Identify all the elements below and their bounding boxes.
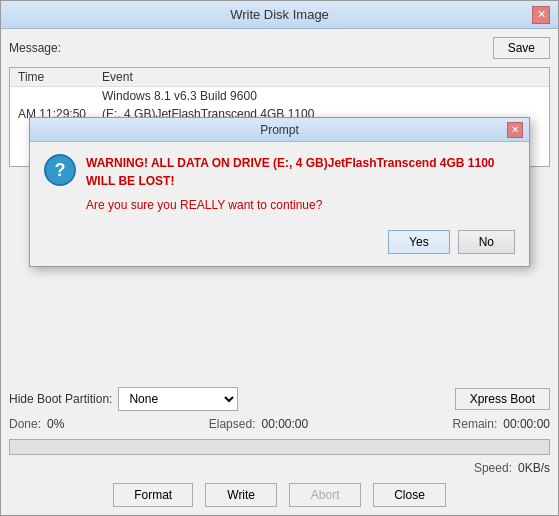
window-content: Message: Save Time Event Windows: [1, 29, 558, 515]
top-bar: Message: Save: [9, 37, 550, 59]
confirm-line: Are you sure you REALLY want to continue…: [86, 196, 495, 214]
prompt-dialog: Prompt ✕ ? WARNING! ALL DATA ON DRIVE (E…: [29, 117, 530, 267]
stats-row: Done: 0% Elapsed: 00:00:00 Remain: 00:00…: [9, 415, 550, 433]
format-button[interactable]: Format: [113, 483, 193, 507]
log-and-prompt-area: Time Event Windows 8.1 v6.3 Build 9600 A…: [9, 67, 550, 379]
abort-button[interactable]: Abort: [289, 483, 361, 507]
prompt-buttons: Yes No: [44, 224, 515, 254]
write-button[interactable]: Write: [205, 483, 277, 507]
window-close-button[interactable]: ✕: [532, 6, 550, 24]
prompt-yes-button[interactable]: Yes: [388, 230, 450, 254]
done-label: Done:: [9, 417, 41, 431]
log-event-1: Windows 8.1 v6.3 Build 9600: [94, 87, 549, 106]
prompt-close-button[interactable]: ✕: [507, 122, 523, 138]
speed-value: 0KB/s: [518, 461, 550, 475]
window-title: Write Disk Image: [27, 7, 532, 22]
remain-stat: Remain: 00:00:00: [453, 417, 550, 431]
done-stat: Done: 0%: [9, 417, 64, 431]
prompt-title-bar: Prompt ✕: [30, 118, 529, 142]
main-window: Write Disk Image ✕ Message: Save Time Ev…: [0, 0, 559, 516]
prompt-no-button[interactable]: No: [458, 230, 515, 254]
col-time: Time: [10, 68, 94, 87]
hide-boot-label: Hide Boot Partition:: [9, 392, 112, 406]
title-bar: Write Disk Image ✕: [1, 1, 558, 29]
hide-boot-row: Hide Boot Partition: None FAT NTFS All X…: [9, 387, 550, 411]
progress-bar-container: [9, 439, 550, 455]
warning-line2: WILL BE LOST!: [86, 172, 495, 190]
elapsed-value: 00:00:00: [261, 417, 308, 431]
hide-boot-select[interactable]: None FAT NTFS All: [118, 387, 238, 411]
bottom-section: Hide Boot Partition: None FAT NTFS All X…: [9, 387, 550, 507]
log-time-1: [10, 87, 94, 106]
prompt-title: Prompt: [52, 123, 507, 137]
prompt-message-row: ? WARNING! ALL DATA ON DRIVE (E:, 4 GB)J…: [44, 154, 515, 214]
elapsed-stat: Elapsed: 00:00:00: [209, 417, 308, 431]
prompt-text: WARNING! ALL DATA ON DRIVE (E:, 4 GB)Jet…: [86, 154, 495, 214]
prompt-body: ? WARNING! ALL DATA ON DRIVE (E:, 4 GB)J…: [30, 142, 529, 266]
table-row: Windows 8.1 v6.3 Build 9600: [10, 87, 549, 106]
hide-boot-left: Hide Boot Partition: None FAT NTFS All: [9, 387, 238, 411]
elapsed-label: Elapsed:: [209, 417, 256, 431]
xpress-boot-button[interactable]: Xpress Boot: [455, 388, 550, 410]
remain-value: 00:00:00: [503, 417, 550, 431]
warning-line: WARNING! ALL DATA ON DRIVE (E:, 4 GB)Jet…: [86, 154, 495, 172]
speed-label: Speed:: [474, 461, 512, 475]
col-event: Event: [94, 68, 549, 87]
done-value: 0%: [47, 417, 64, 431]
log-table: Time Event Windows 8.1 v6.3 Build 9600 A…: [10, 68, 549, 123]
close-button[interactable]: Close: [373, 483, 446, 507]
save-button[interactable]: Save: [493, 37, 550, 59]
remain-label: Remain:: [453, 417, 498, 431]
message-label: Message:: [9, 41, 61, 55]
question-icon: ?: [44, 154, 76, 186]
speed-row: Speed: 0KB/s: [9, 461, 550, 475]
action-buttons-row: Format Write Abort Close: [9, 483, 550, 507]
